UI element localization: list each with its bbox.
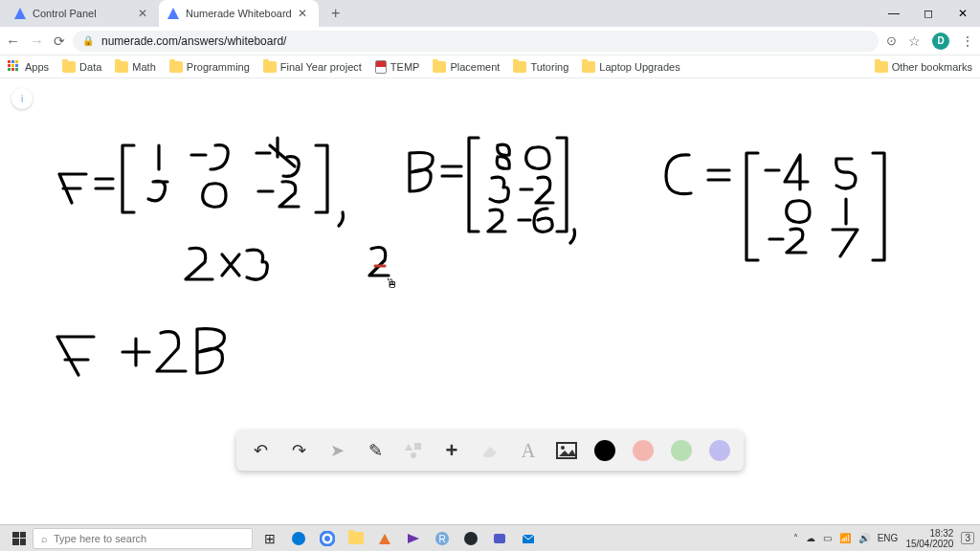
windows-taskbar: ⌕ Type here to search ⊞ R ˄ ☁ ▭ 📶 🔊 ENG … [0,524,980,551]
app-matlab-icon[interactable] [371,525,398,552]
close-window-button[interactable]: ✕ [946,0,980,27]
svg-point-13 [464,532,478,545]
back-button[interactable]: ← [6,33,20,49]
color-swatch-purple[interactable] [709,440,730,461]
tab-numerade-whiteboard[interactable]: Numerade Whiteboard ✕ [159,0,319,27]
minimize-button[interactable]: — [877,0,911,27]
svg-point-10 [324,536,330,541]
matrix-a-row1 [159,138,299,176]
expr-C-equals [666,155,729,194]
forward-button[interactable]: → [30,33,44,49]
tray-overflow-icon[interactable]: ˄ [793,533,798,543]
start-button[interactable] [6,525,33,552]
toolbar-right: ⊙ ☆ D ⋮ [886,33,974,50]
language-indicator[interactable]: ENG [878,533,899,543]
image-tool[interactable] [556,440,577,461]
search-placeholder: Type here to search [54,533,146,544]
address-bar[interactable]: 🔒 numerade.com/answers/whiteboard/ [73,31,879,52]
task-view-icon[interactable]: ⊞ [256,525,283,552]
reload-button[interactable]: ⟳ [54,33,65,49]
bookmarks-bar: Apps Data Math Programming Final Year pr… [0,55,980,78]
app-mail-icon[interactable] [515,525,542,552]
folder-icon [169,61,183,73]
bookmark-folder-data[interactable]: Data [62,61,101,73]
folder-icon [582,61,595,73]
text-tool[interactable]: A [518,440,539,461]
apps-grid-icon [8,60,21,74]
dim-label-2x3 [186,248,267,279]
app-explorer-icon[interactable] [343,525,369,552]
svg-point-4 [411,452,416,458]
comma [339,212,344,226]
svg-marker-1 [167,8,179,19]
svg-marker-5 [483,447,497,457]
bookmark-temp[interactable]: TEMP [375,60,420,74]
wifi-icon[interactable]: 📶 [839,533,851,543]
app-rstudio-icon[interactable]: R [429,525,456,552]
bookmark-folder-programming[interactable]: Programming [169,61,250,73]
browser-toolbar: ← → ⟳ 🔒 numerade.com/answers/whiteboard/… [0,27,980,55]
taskbar-clock[interactable]: 18:32 15/04/2020 [905,528,953,549]
pen-tool[interactable]: ✎ [365,440,386,461]
apps-button[interactable]: Apps [8,60,49,74]
app-teams-icon[interactable] [486,525,513,552]
app-vscode-icon[interactable] [400,525,427,552]
volume-icon[interactable]: 🔊 [858,533,870,543]
svg-marker-2 [405,444,412,451]
system-tray: ˄ ☁ ▭ 📶 🔊 ENG 18:32 15/04/2020 3 [793,528,974,549]
numerade-favicon-icon [167,7,180,20]
folder-icon [62,61,76,73]
pointer-tool[interactable]: ➤ [326,440,347,461]
browser-titlebar: Control Panel ✕ Numerade Whiteboard ✕ + … [0,0,980,27]
notifications-icon[interactable]: 3 [961,532,974,544]
onedrive-icon[interactable]: ☁ [806,533,815,543]
tab-strip: Control Panel ✕ Numerade Whiteboard ✕ + [0,0,347,27]
folder-icon [433,61,446,73]
eraser-tool[interactable] [479,440,501,461]
matrix-b-brackets [469,138,567,231]
bookmark-star-icon[interactable]: ☆ [908,33,921,49]
new-tab-button[interactable]: + [324,2,347,25]
tab-control-panel[interactable]: Control Panel ✕ [6,0,159,27]
app-edge-icon[interactable] [285,525,312,552]
taskbar-apps: ⊞ R [256,525,542,552]
taskbar-search[interactable]: ⌕ Type here to search [33,528,253,549]
svg-rect-3 [414,443,421,450]
matrix-c-rows [766,155,858,256]
color-swatch-black[interactable] [594,440,615,461]
color-swatch-green[interactable] [671,440,692,461]
battery-icon[interactable]: ▭ [823,533,832,543]
color-swatch-pink[interactable] [633,440,654,461]
bookmark-folder-final-year-project[interactable]: Final Year project [263,61,362,73]
tab-title: Control Panel [33,8,132,19]
url-text: numerade.com/answers/whiteboard/ [101,34,286,48]
menu-button[interactable]: ⋮ [961,33,974,49]
folder-icon [263,61,277,73]
svg-text:R: R [438,534,445,544]
undo-button[interactable]: ↶ [250,440,271,461]
expr-A-equals [59,174,113,203]
close-icon[interactable]: ✕ [298,8,309,19]
close-icon[interactable]: ✕ [138,8,149,19]
app-github-icon[interactable] [457,525,484,552]
profile-avatar[interactable]: D [932,33,949,50]
apps-label: Apps [25,61,49,73]
redo-button[interactable]: ↷ [288,440,309,461]
add-tool[interactable]: + [441,440,462,461]
other-bookmarks[interactable]: Other bookmarks [875,61,972,73]
maximize-button[interactable]: ◻ [911,0,946,27]
bookmark-folder-math[interactable]: Math [115,61,155,73]
bookmark-folder-tutoring[interactable]: Tutoring [513,61,568,73]
app-chrome-icon[interactable] [314,525,341,552]
folder-icon [875,61,888,73]
svg-marker-0 [14,8,26,19]
lock-icon: 🔒 [82,35,94,46]
search-lens-icon[interactable]: ⊙ [886,33,897,48]
comma [570,230,575,243]
shapes-tool[interactable] [403,440,424,461]
matrix-b-rows [488,144,553,231]
bookmark-folder-laptop-upgrades[interactable]: Laptop Upgrades [582,61,679,73]
bookmark-folder-placement[interactable]: Placement [433,61,500,73]
nav-buttons: ← → ⟳ [6,33,65,49]
whiteboard-toolbar: ↶ ↷ ➤ ✎ + A [236,430,744,471]
